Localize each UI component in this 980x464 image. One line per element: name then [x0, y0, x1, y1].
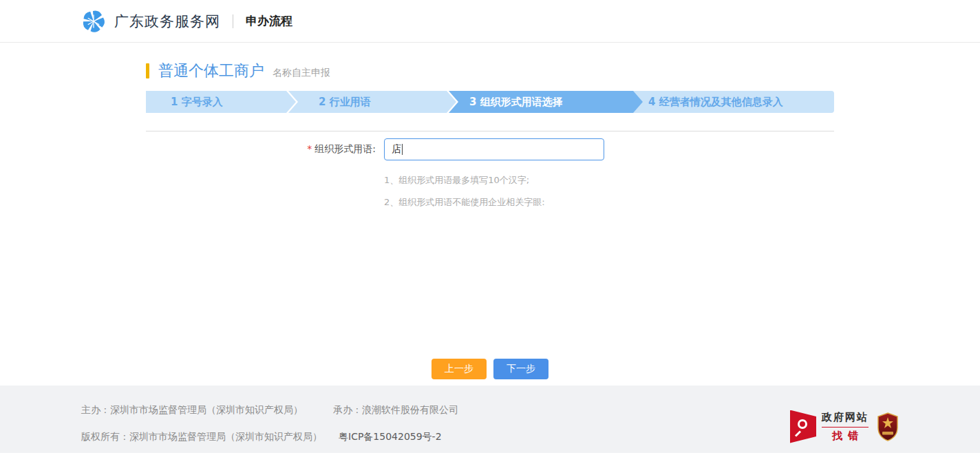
prev-step-button[interactable]: 上一步: [432, 359, 487, 379]
magnifier-lens-icon: [798, 419, 807, 429]
step-label: 1 字号录入: [171, 96, 223, 109]
page-subtitle: 名称自主申报: [273, 67, 330, 79]
step-3-zuzhi-active: 3 组织形式用语选择: [449, 91, 643, 113]
pinwheel-logo-icon[interactable]: [81, 9, 106, 34]
step-4-jingyingzhe: 4 经营者情况及其他信息录入: [633, 91, 834, 113]
header-divider: [233, 14, 233, 28]
section-divider: [146, 131, 834, 131]
site-name[interactable]: 广东政务服务网: [114, 12, 220, 31]
organizer-label: 主办：: [81, 404, 110, 415]
organizer-value: 深圳市市场监督管理局（深圳市知识产权局）: [110, 404, 303, 415]
footer: 主办：深圳市市场监督管理局（深圳市知识产权局）承办：浪潮软件股份有限公司 版权所…: [0, 386, 980, 453]
step-label: 2 行业用语: [319, 96, 371, 109]
hint-list: 1、组织形式用语最多填写10个汉字; 2、组织形式用语不能使用企业相关字眼:: [384, 174, 834, 209]
next-step-button[interactable]: 下一步: [493, 359, 548, 379]
icp-number: 粤ICP备15042059号-2: [339, 431, 442, 442]
shield-badge-icon[interactable]: [877, 412, 899, 441]
text-caret: [402, 144, 403, 155]
page-title-row: 普通个体工商户 名称自主申报: [146, 61, 834, 81]
step-1-zihao: 1 字号录入: [146, 91, 296, 113]
form-label-text: 组织形式用语:: [315, 143, 376, 154]
error-badge-title: 政府网站: [822, 411, 869, 428]
wizard-button-row: 上一步 下一步: [146, 359, 834, 379]
main-content: 普通个体工商户 名称自主申报 1 字号录入 2 行业用语 3 组织形式用语选择 …: [146, 43, 834, 386]
footer-text-block: 主办：深圳市市场监督管理局（深圳市知识产权局）承办：浪潮软件股份有限公司 版权所…: [81, 404, 458, 453]
error-badge-text: 政府网站 找错: [822, 411, 869, 443]
page-title: 普通个体工商户: [158, 61, 264, 81]
org-input-wrap: [384, 138, 604, 160]
magnifier-flag-icon: [790, 410, 816, 443]
header: 广东政务服务网 申办流程: [0, 0, 980, 43]
required-asterisk: *: [307, 143, 312, 154]
step-progress-bar: 1 字号录入 2 行业用语 3 组织形式用语选择 4 经营者情况及其他信息录入: [146, 91, 834, 113]
footer-line-1: 主办：深圳市市场监督管理局（深圳市知识产权局）承办：浪潮软件股份有限公司: [81, 404, 458, 416]
section-title: 申办流程: [246, 13, 292, 29]
title-accent-bar: [146, 63, 149, 78]
hint-2: 2、组织形式用语不能使用企业相关字眼:: [384, 196, 834, 209]
copyright-label: 版权所有：: [81, 431, 129, 442]
step-label: 4 经营者情况及其他信息录入: [648, 96, 783, 109]
copyright-value: 深圳市市场监督管理局（深圳市知识产权局）: [129, 431, 322, 442]
org-form-label: *组织形式用语:: [146, 143, 384, 156]
undertaker-label: 承办：: [333, 404, 362, 415]
footer-line-2: 版权所有：深圳市市场监督管理局（深圳市知识产权局）粤ICP备15042059号-…: [81, 431, 458, 443]
undertaker-value: 浪潮软件股份有限公司: [362, 404, 458, 415]
footer-badges: 政府网站 找错: [790, 400, 899, 453]
step-2-hangye: 2 行业用语: [288, 91, 456, 113]
org-form-input[interactable]: [384, 138, 604, 160]
gov-site-error-report-badge[interactable]: 政府网站 找错: [790, 410, 869, 443]
error-badge-action: 找错: [822, 430, 869, 443]
step-label: 3 组织形式用语选择: [469, 96, 563, 109]
org-form-row: *组织形式用语:: [146, 138, 834, 160]
hint-1: 1、组织形式用语最多填写10个汉字;: [384, 174, 834, 187]
